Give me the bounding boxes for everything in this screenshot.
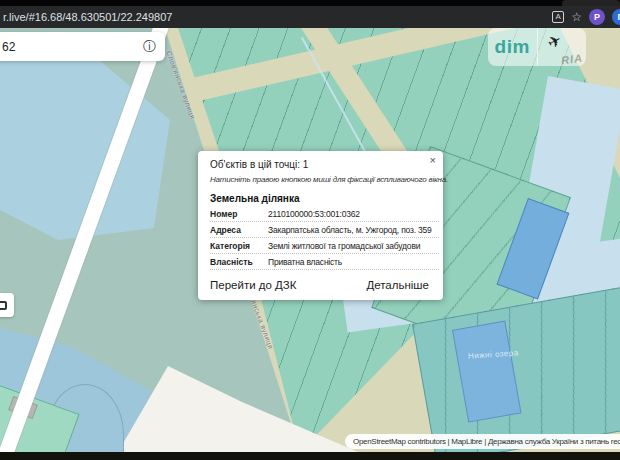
popup-title: Об'єктів в цій точці: 1 bbox=[210, 159, 439, 170]
row-label: Категорія bbox=[210, 241, 268, 251]
table-row: Номер 2110100000:53:001:0362 bbox=[210, 206, 439, 222]
parcel-category: Землі житлової та громадської забудови bbox=[268, 241, 420, 251]
translate-icon[interactable]: A bbox=[552, 11, 564, 23]
go-to-dzk-button[interactable]: Перейти до ДЗК bbox=[210, 279, 297, 291]
layers-icon bbox=[0, 301, 7, 310]
row-label: Власність bbox=[210, 257, 268, 267]
bottom-bar bbox=[0, 452, 620, 460]
dim-logo: dim bbox=[488, 28, 537, 66]
cadastral-search-input[interactable]: 62 ⓘ bbox=[0, 32, 165, 61]
ria-text: RIA bbox=[560, 52, 583, 66]
info-icon[interactable]: ⓘ bbox=[143, 38, 156, 56]
attribution-text[interactable]: OpenStreetMap contributors | MapLibre | … bbox=[353, 437, 620, 446]
profile-avatar-g[interactable]: Г bbox=[612, 9, 620, 25]
popup-section-title: Земельна ділянка bbox=[210, 193, 439, 204]
bookmark-star-icon[interactable]: ☆ bbox=[571, 11, 582, 23]
table-row: Категорія Землі житлової та громадської … bbox=[210, 238, 439, 254]
map-canvas[interactable]: Слов'янська вулиця Слов'янська вулиця Ни… bbox=[0, 28, 620, 452]
table-row: Адреса Закарпатська область, м. Ужгород,… bbox=[210, 222, 439, 238]
ria-logo: ✈ RIA bbox=[537, 28, 587, 66]
row-label: Номер bbox=[210, 209, 268, 219]
map-side-control[interactable] bbox=[0, 293, 14, 317]
bird-icon: ✈ bbox=[544, 30, 565, 53]
row-label: Адреса bbox=[210, 225, 268, 235]
browser-window: r.live/#16.68/48.630501/22.249807 A ☆ P … bbox=[0, 0, 620, 460]
browser-url-bar[interactable]: r.live/#16.68/48.630501/22.249807 A ☆ P … bbox=[0, 6, 620, 28]
popup-hint: Натисніть правою кнопкою миші для фіксац… bbox=[210, 175, 439, 184]
table-row: Власність Приватна власність bbox=[210, 254, 439, 270]
dim-ria-watermark: dim ✈ RIA bbox=[488, 28, 586, 66]
search-value[interactable]: 62 bbox=[0, 40, 143, 54]
map-attribution[interactable]: OpenStreetMap contributors | MapLibre | … bbox=[345, 434, 620, 449]
parcel-address: Закарпатська область, м. Ужгород, поз. 3… bbox=[268, 225, 432, 235]
parcel-ownership: Приватна власність bbox=[268, 257, 342, 267]
url-text[interactable]: r.live/#16.68/48.630501/22.249807 bbox=[0, 11, 172, 23]
details-button[interactable]: Детальніше bbox=[366, 279, 429, 291]
cadastral-number: 2110100000:53:001:0362 bbox=[268, 209, 360, 219]
close-icon[interactable]: × bbox=[430, 155, 436, 166]
profile-avatar-p[interactable]: P bbox=[589, 9, 605, 25]
parcel-info-popup: × Об'єктів в цій точці: 1 Натисніть прав… bbox=[198, 151, 443, 300]
